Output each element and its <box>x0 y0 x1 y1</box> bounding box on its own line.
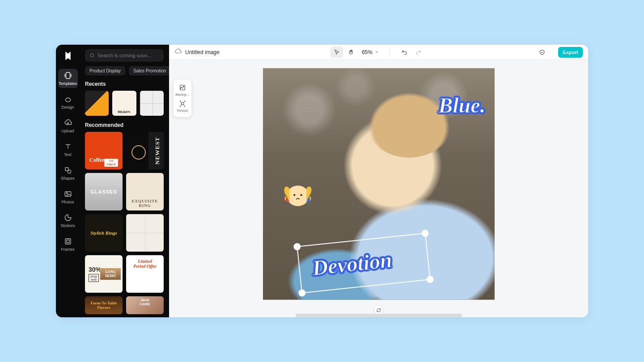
reco-thumb-glasses[interactable]: GLASSES <box>85 173 123 210</box>
floating-tools: Backgr... Resize <box>174 80 191 117</box>
rail-photos-label: Photos <box>61 200 74 204</box>
recent-thumb-1[interactable] <box>85 91 109 116</box>
topbar: Untitled image 65% Export <box>169 45 588 60</box>
recommended-grid: CoffeeUS FIRST NEWEST GLASSES EXQUISITE … <box>85 132 164 314</box>
reco-thumb-stylish[interactable]: Stylish Rings <box>85 214 123 252</box>
svg-rect-0 <box>66 72 70 79</box>
search-input[interactable]: Search is coming soon... <box>85 49 164 62</box>
editor: Untitled image 65% Export Backgr... <box>169 45 588 317</box>
background-tool[interactable]: Backgr... <box>175 82 189 98</box>
rail-stickers-label: Stickers <box>60 223 75 228</box>
rail-frames[interactable]: Frames <box>58 235 78 254</box>
chevron-down-icon <box>374 50 379 55</box>
background-label: Backgr... <box>175 93 189 97</box>
resize-tool[interactable]: Resize <box>177 98 188 114</box>
chip-product-display[interactable]: Product Display <box>85 66 125 76</box>
zoom-level[interactable]: 65% <box>359 49 381 55</box>
rail-design[interactable]: Design <box>58 93 78 112</box>
svg-rect-5 <box>65 192 71 197</box>
chip-row: Product Display Sales Promotion <box>85 66 164 76</box>
rail-upload[interactable]: Upload <box>58 116 78 135</box>
svg-rect-3 <box>65 168 68 171</box>
tool-group-cursor: 65% <box>330 46 381 58</box>
document-title[interactable]: Untitled image <box>185 49 220 55</box>
svg-point-11 <box>183 86 184 87</box>
rail-text[interactable]: Text <box>58 140 78 159</box>
rail-photos[interactable]: Photos <box>58 187 78 206</box>
divider <box>390 48 390 56</box>
left-rail: Templates Design Upload Text Shapes Phot… <box>56 45 80 317</box>
export-button[interactable]: Export <box>558 47 583 58</box>
hand-tool[interactable] <box>345 46 357 58</box>
canvas-refresh[interactable] <box>374 306 383 315</box>
rail-upload-label: Upload <box>61 129 74 133</box>
reco-thumb-limited[interactable]: LimitedPeriod Offer <box>126 255 164 293</box>
svg-point-9 <box>90 54 93 57</box>
rail-shapes[interactable]: Shapes <box>58 164 78 183</box>
rail-design-label: Design <box>61 105 74 109</box>
svg-point-4 <box>68 170 71 173</box>
canvas[interactable]: Blue. Devotion <box>263 68 495 300</box>
search-placeholder: Search is coming soon... <box>97 53 151 58</box>
svg-rect-7 <box>65 239 71 244</box>
cloud-icon[interactable] <box>174 48 182 56</box>
reco-thumb-coffee[interactable]: CoffeeUS FIRST <box>85 132 123 169</box>
templates-panel: Search is coming soon... Product Display… <box>80 45 169 317</box>
svg-point-18 <box>300 194 302 196</box>
recent-thumb-3[interactable] <box>140 91 164 116</box>
resize-label: Resize <box>177 109 188 113</box>
canvas-text-blue[interactable]: Blue. <box>438 93 485 118</box>
chip-sales-promotion[interactable]: Sales Promotion <box>129 66 169 76</box>
redo-button[interactable] <box>412 46 425 58</box>
tool-group-history <box>398 46 425 58</box>
svg-rect-12 <box>181 102 183 105</box>
section-recommended: Recommended <box>85 122 164 128</box>
girl-sticker[interactable] <box>276 171 319 214</box>
svg-point-16 <box>287 185 309 206</box>
reco-thumb-newest[interactable]: NEWEST <box>126 132 164 169</box>
select-tool[interactable] <box>330 46 343 58</box>
canvas-area[interactable]: Backgr... Resize <box>169 60 588 317</box>
shield-icon[interactable] <box>536 46 548 58</box>
rail-templates[interactable]: Templates <box>58 69 78 88</box>
reco-thumb-skincare[interactable]: SKINCARE <box>126 296 164 314</box>
app-window: Templates Design Upload Text Shapes Phot… <box>56 45 588 317</box>
rail-text-label: Text <box>64 152 72 157</box>
reco-thumb-farm[interactable]: Farm-To-Table Flavors <box>85 296 123 314</box>
reco-thumb-jewelry-grid[interactable] <box>126 214 164 252</box>
undo-button[interactable] <box>398 46 411 58</box>
rail-templates-label: Templates <box>59 81 77 86</box>
svg-rect-8 <box>67 240 69 243</box>
rail-stickers[interactable]: Stickers <box>58 211 78 230</box>
svg-point-6 <box>66 193 68 194</box>
rail-frames-label: Frames <box>61 247 75 252</box>
svg-point-17 <box>293 194 295 196</box>
search-icon <box>89 53 95 58</box>
reco-thumb-ring[interactable]: EXQUISITE RING <box>126 173 164 210</box>
recent-thumb-2[interactable]: READY. <box>112 91 136 116</box>
reco-thumb-skirt[interactable]: 30%OFFshop now LONG SKIRT <box>85 255 123 293</box>
recents-grid: READY. <box>85 91 164 116</box>
rail-shapes-label: Shapes <box>61 176 75 181</box>
app-logo[interactable] <box>61 49 75 63</box>
horizontal-scrollbar[interactable] <box>296 314 462 317</box>
section-recents: Recents <box>85 81 164 87</box>
svg-rect-10 <box>180 85 185 90</box>
